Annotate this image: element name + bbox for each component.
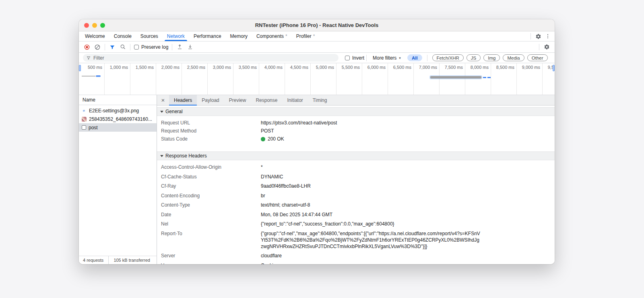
section-header[interactable]: Response Headers: [157, 151, 555, 160]
tab-network[interactable]: Network: [163, 31, 189, 41]
header-value: br: [261, 192, 265, 199]
tab-sources[interactable]: Sources: [136, 31, 163, 41]
kebab-menu-icon[interactable]: [543, 32, 552, 40]
filter-row: Filter Invert More filters ▾ AllFetch/XH…: [79, 53, 555, 63]
request-list: E2EE-settings@3x.png258435352_6486097431…: [79, 105, 157, 256]
header-row: Access-Control-Allow-Origin*: [157, 164, 555, 170]
image-icon: [82, 108, 87, 113]
tab-label: Sources: [140, 33, 158, 39]
tab-memory[interactable]: Memory: [226, 31, 252, 41]
tab-profiler[interactable]: Profiler*: [292, 31, 320, 41]
header-value: 9aad0f46ffbc0ae8-LHR: [261, 183, 311, 189]
preserve-log-control[interactable]: Preserve log: [134, 44, 168, 50]
detail-tab-timing[interactable]: Timing: [308, 95, 332, 105]
header-name: Nel: [161, 221, 261, 227]
timeline-right-handle[interactable]: [553, 65, 555, 71]
tab-components[interactable]: Components*: [252, 31, 292, 41]
window-titlebar[interactable]: RNTester (iPhone 16 Pro) - React Native …: [79, 19, 555, 31]
tabbar-right-controls: [528, 31, 555, 41]
detail-tab-headers[interactable]: Headers: [169, 95, 197, 105]
headers-section: GeneralRequest URLhttps://ptsv3.com/t/re…: [157, 107, 555, 147]
header-row: Request MethodPOST: [157, 128, 555, 134]
network-filter-input[interactable]: Filter: [83, 54, 339, 62]
invert-control[interactable]: Invert: [345, 55, 364, 61]
funnel-icon[interactable]: [108, 43, 117, 51]
tab-console[interactable]: Console: [109, 31, 136, 41]
header-name: Request Method: [161, 128, 261, 134]
section-body: Access-Control-Allow-Origin*Cf-Cache-Sta…: [157, 160, 555, 264]
preserve-log-label: Preserve log: [141, 44, 168, 50]
timeline-tick: 500 ms: [79, 63, 105, 95]
header-value: 200 OK: [261, 136, 284, 142]
divider: [366, 55, 367, 61]
request-row[interactable]: 258435352_648609743160...: [79, 115, 157, 123]
timeline-tick: 7,500 ms: [440, 63, 465, 95]
timeline-tick: 6,500 ms: [388, 63, 414, 95]
header-name: Request URL: [161, 120, 261, 126]
thumbnail-icon: [82, 117, 87, 122]
preserve-log-checkbox[interactable]: [134, 45, 139, 50]
section-header[interactable]: General: [157, 107, 555, 116]
pill-fetchxhr[interactable]: Fetch/XHR: [432, 54, 464, 61]
pill-other[interactable]: Other: [527, 54, 548, 61]
window-title: RNTester (iPhone 16 Pro) - React Native …: [255, 22, 379, 28]
detail-tab-initiator[interactable]: Initiator: [282, 95, 308, 105]
clear-icon[interactable]: [93, 43, 102, 51]
timeline-tick: 4,500 ms: [285, 63, 311, 95]
zoom-window-button[interactable]: [100, 23, 105, 28]
header-row: Cf-Ray9aad0f46ffbc0ae8-LHR: [157, 183, 555, 189]
waterfall-bar: [96, 75, 101, 77]
header-row: DateMon, 08 Dec 2025 14:47:44 GMT: [157, 211, 555, 218]
network-settings-gear-icon[interactable]: [542, 43, 551, 51]
tab-label: Performance: [194, 33, 221, 39]
header-row: Servercloudflare: [157, 252, 555, 259]
close-window-button[interactable]: [84, 23, 89, 28]
search-icon[interactable]: [118, 43, 127, 51]
header-row: VaryCookie: [157, 262, 555, 265]
detail-tab-preview[interactable]: Preview: [224, 95, 251, 105]
header-row: Content-Typetext/html; charset=utf-8: [157, 202, 555, 208]
timeline-tick: 9,000 ms: [517, 63, 543, 95]
tab-performance[interactable]: Performance: [189, 31, 226, 41]
devtools-tabbar: WelcomeConsoleSourcesNetworkPerformanceM…: [79, 31, 555, 41]
react-badge-icon: *: [285, 33, 287, 39]
request-row[interactable]: E2EE-settings@3x.png: [79, 106, 157, 115]
pill-media[interactable]: Media: [503, 54, 524, 61]
upload-icon[interactable]: [175, 43, 184, 51]
download-icon[interactable]: [186, 43, 194, 51]
pill-img[interactable]: Img: [483, 54, 500, 61]
header-row: Nel{"report_to":"cf-nel","success_fracti…: [157, 221, 555, 227]
waterfall-bar-selected: [430, 76, 481, 79]
header-value: Cookie: [261, 262, 276, 265]
network-main-area: Name E2EE-settings@3x.png258435352_64860…: [79, 95, 555, 264]
name-column-header[interactable]: Name: [79, 95, 157, 105]
detail-tab-payload[interactable]: Payload: [197, 95, 224, 105]
timeline-left-handle[interactable]: [79, 65, 81, 71]
header-name: Content-Type: [161, 202, 261, 208]
request-row[interactable]: post: [79, 123, 157, 132]
close-detail-icon[interactable]: ×: [157, 95, 169, 105]
network-status-bar: 4 requests 105 kB transferred: [79, 256, 157, 264]
request-detail-panel: × HeadersPayloadPreviewResponseInitiator…: [157, 95, 555, 264]
request-name: E2EE-settings@3x.png: [89, 108, 139, 114]
document-icon: [82, 125, 86, 130]
more-filters-button[interactable]: More filters ▾: [373, 55, 401, 61]
detail-tabbar: × HeadersPayloadPreviewResponseInitiator…: [157, 95, 555, 106]
header-value: {"report_to":"cf-nel","success_fraction"…: [261, 221, 394, 227]
record-stop-icon[interactable]: [83, 43, 91, 51]
header-name: Date: [161, 211, 261, 218]
timeline-tick: 5,500 ms: [336, 63, 362, 95]
waterfall-bar: [82, 76, 95, 77]
invert-checkbox[interactable]: [345, 56, 350, 60]
header-name: Report-To: [161, 230, 261, 237]
settings-gear-icon[interactable]: [534, 32, 543, 40]
pill-js[interactable]: JS: [466, 54, 481, 61]
pill-all[interactable]: All: [407, 54, 422, 61]
header-name: Status Code: [161, 136, 261, 142]
minimize-window-button[interactable]: [92, 23, 97, 28]
headers-content: GeneralRequest URLhttps://ptsv3.com/t/re…: [157, 106, 555, 264]
detail-tab-response[interactable]: Response: [251, 95, 282, 105]
network-overview-timeline[interactable]: 500 ms1,000 ms1,500 ms2,000 ms2,500 ms3,…: [79, 63, 555, 95]
tab-welcome[interactable]: Welcome: [80, 31, 109, 41]
timeline-tick: 4,000 ms: [259, 63, 285, 95]
